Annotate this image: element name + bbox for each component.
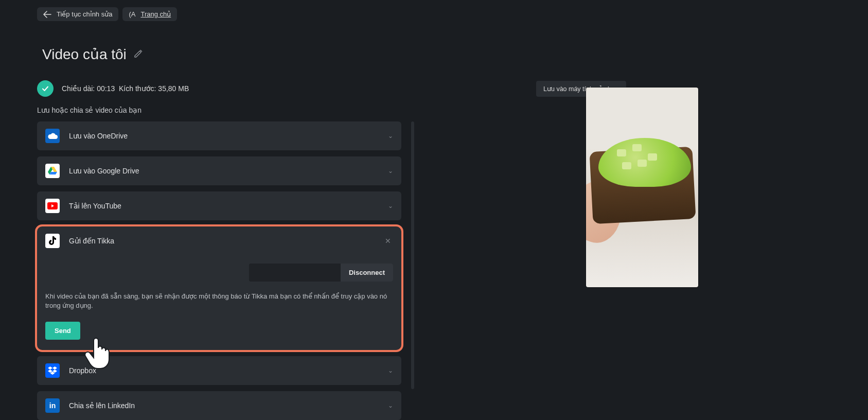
status-check-icon [37,80,54,97]
gdrive-icon [45,164,60,178]
option-dropbox[interactable]: Dropbox ⌄ [37,356,401,385]
video-meta: Chiều dài: 00:13 Kích thước: 35,80 MB [62,84,528,93]
chevron-down-icon: ⌄ [388,402,393,409]
option-label: Tải lên YouTube [69,202,379,210]
dropbox-icon [45,363,60,378]
option-linkedin[interactable]: in Chia sẻ lên LinkedIn ⌄ [37,391,401,420]
linkedin-icon: in [45,398,60,413]
close-icon[interactable]: ✕ [383,235,393,247]
video-preview-thumbnail [586,87,698,287]
disconnect-button[interactable]: Disconnect [341,264,393,282]
share-section-heading: Lưu hoặc chia sẻ video của bạn [37,106,827,114]
home-label: Trang chủ [140,10,171,18]
page-title: Video của tôi [42,46,127,63]
chevron-down-icon: ⌄ [388,202,393,209]
youtube-icon [45,199,60,213]
chevron-down-icon: ⌄ [388,167,393,174]
onedrive-icon [45,129,60,143]
chevron-down-icon: ⌄ [388,132,393,139]
option-label: Dropbox [69,366,379,375]
option-label: Lưu vào Google Drive [69,167,379,175]
tiktok-icon [45,234,60,248]
continue-editing-label: Tiếp tục chỉnh sửa [57,10,112,18]
arrow-left-icon [43,11,51,18]
continue-editing-button[interactable]: Tiếp tục chỉnh sửa [37,7,118,21]
option-onedrive[interactable]: Lưu vào OneDrive ⌄ [37,121,401,150]
option-label: Chia sẻ lên LinkedIn [69,401,379,410]
tiktok-note: Khi video của bạn đã sẵn sàng, bạn sẽ nh… [45,292,393,310]
chevron-down-icon: ⌄ [388,367,393,374]
scrollbar[interactable] [411,121,414,389]
option-gdrive[interactable]: Lưu vào Google Drive ⌄ [37,156,401,185]
send-button[interactable]: Send [45,322,80,340]
option-label: Gửi đến Tikka [69,237,374,245]
home-button[interactable]: (A Trang chủ [122,7,177,21]
option-label: Lưu vào OneDrive [69,132,379,140]
option-youtube[interactable]: Tải lên YouTube ⌄ [37,191,401,220]
edit-title-icon[interactable] [134,49,143,60]
account-box: Disconnect [249,264,393,282]
home-prefix: (A [129,10,135,18]
option-tiktok-expanded: Gửi đến Tikka ✕ Disconnect Khi video của… [37,226,401,350]
